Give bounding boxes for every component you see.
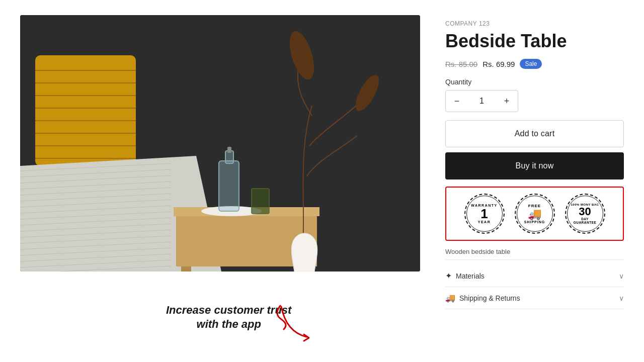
materials-chevron-icon: ∨ xyxy=(619,272,624,280)
shipping-returns-label: Shipping & Returns xyxy=(459,294,520,302)
materials-label: Materials xyxy=(456,272,485,280)
annotation-arrow-icon xyxy=(276,302,321,347)
product-image xyxy=(20,15,420,272)
add-to-cart-button[interactable]: Add to cart xyxy=(445,120,624,147)
quantity-increase-button[interactable]: + xyxy=(496,90,518,112)
company-name: COMPANY 123 xyxy=(445,20,624,27)
accordion-shipping-left: 🚚 Shipping & Returns xyxy=(445,293,520,303)
shipping-returns-icon: 🚚 xyxy=(445,293,455,303)
price-row: Rs. 85.00 Rs. 69.99 Sale xyxy=(445,59,624,69)
trust-badges-box: WARRANTY 1 YEAR FREE 🚚 SHIPPING 100% MON… xyxy=(445,187,624,241)
annotation-overlay: Increase customer trustwith the app xyxy=(166,303,291,332)
moneyback-badge: 100% MONY BAC 30 DAY GUARANTEE xyxy=(565,194,605,234)
buy-it-now-button[interactable]: Buy it now xyxy=(445,152,624,179)
original-price: Rs. 85.00 xyxy=(445,60,477,68)
shipping-badge-content: FREE 🚚 SHIPPING xyxy=(515,194,555,234)
main-layout: COMPANY 123 Bedside Table Rs. 85.00 Rs. … xyxy=(0,0,644,362)
product-title: Bedside Table xyxy=(445,30,624,52)
sale-badge: Sale xyxy=(520,59,542,69)
warranty-badge-content: WARRANTY 1 YEAR xyxy=(464,194,505,234)
product-details: COMPANY 123 Bedside Table Rs. 85.00 Rs. … xyxy=(445,15,624,347)
shipping-badge: FREE 🚚 SHIPPING xyxy=(515,194,555,234)
materials-icon: ✦ xyxy=(445,271,452,281)
warranty-badge: WARRANTY 1 YEAR xyxy=(464,194,505,234)
accordion-shipping[interactable]: 🚚 Shipping & Returns ∨ xyxy=(445,287,624,309)
quantity-label: Quantity xyxy=(445,78,624,86)
accordion-materials-left: ✦ Materials xyxy=(445,271,485,281)
sale-price: Rs. 69.99 xyxy=(482,60,515,68)
moneyback-badge-content: 100% MONY BAC 30 DAY GUARANTEE xyxy=(565,194,605,234)
accordion-materials[interactable]: ✦ Materials ∨ xyxy=(445,265,624,287)
quantity-decrease-button[interactable]: − xyxy=(446,90,468,112)
quantity-control: − 1 + xyxy=(445,90,518,112)
quantity-value: 1 xyxy=(468,97,496,106)
product-description: Wooden bedside table xyxy=(445,248,624,260)
annotation-text: Increase customer trustwith the app xyxy=(166,303,291,332)
shipping-chevron-icon: ∨ xyxy=(619,294,624,302)
